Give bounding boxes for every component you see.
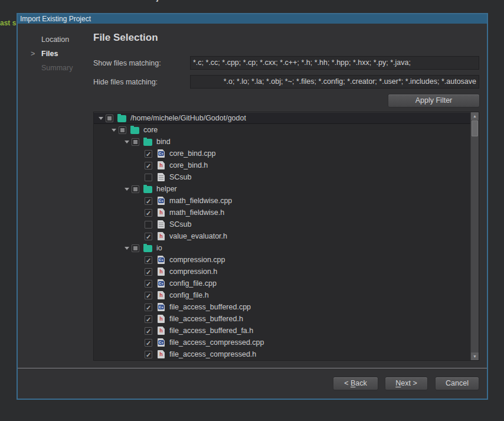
tree-row[interactable]: ✓hconfig_file.h [94, 289, 470, 301]
tree-row[interactable]: ✓C+file_access_buffered.cpp [94, 301, 470, 313]
scrollbar-thumb[interactable] [472, 120, 478, 136]
page-title: File Selection [93, 32, 158, 44]
tree-row[interactable]: io [94, 242, 470, 254]
show-files-label: Show files matching: [93, 59, 161, 67]
h-icon: h [158, 291, 165, 299]
cpp-icon: C+ [158, 149, 165, 158]
folder-icon [143, 186, 152, 193]
step-location: Location [41, 35, 69, 44]
background-recent-projects-text: Recent Projects [111, 0, 229, 2]
checkbox-partial[interactable] [106, 115, 113, 122]
scrollbar[interactable]: ▲ ▼ [470, 112, 479, 360]
step-summary-label: Summary [41, 64, 73, 72]
folder-icon [143, 245, 152, 252]
tree-row[interactable]: ✓hvalue_evaluator.h [94, 230, 470, 242]
checkbox-checked[interactable]: ✓ [145, 339, 152, 347]
partial-check-mark [133, 246, 138, 250]
tree-row[interactable]: ✓hfile_access_buffered_fa.h [94, 325, 470, 337]
checkbox-unchecked[interactable] [145, 221, 152, 229]
hide-files-label: Hide files matching: [93, 78, 158, 86]
checkbox-checked[interactable]: ✓ [145, 197, 152, 205]
checkbox-checked[interactable]: ✓ [145, 303, 152, 311]
tree-item-label: file_access_compressed.h [169, 350, 256, 358]
cpp-icon: C+ [158, 256, 165, 264]
tree-item-label: bind [156, 138, 171, 146]
tree-row[interactable]: ✓C+compression.cpp [94, 254, 470, 266]
step-summary: Summary [41, 64, 73, 72]
checkbox-partial[interactable] [132, 185, 139, 193]
tree-row[interactable]: helper [94, 183, 470, 195]
tree-row[interactable]: core [94, 124, 470, 136]
tree-row[interactable]: ✓hfile_access_buffered.h [94, 313, 470, 325]
checkbox-checked[interactable]: ✓ [145, 233, 152, 240]
tree-item-label: SCsub [169, 173, 192, 181]
background-session-text: ast s [0, 19, 16, 27]
back-button[interactable]: < Back [333, 377, 378, 390]
folder-icon [143, 139, 152, 146]
cpp-icon: C+ [158, 338, 165, 347]
tree-row[interactable]: SCsub [94, 218, 470, 230]
tree-row[interactable]: SCsub [94, 171, 470, 183]
tree-row[interactable]: ✓C+file_access_compressed.cpp [94, 337, 470, 348]
hide-files-input[interactable]: *.o; *.lo; *.la; *.obj; *~; *.files; *.c… [190, 75, 479, 89]
file-tree: /home/michele/GitHub/Godot/godotcorebind… [94, 112, 470, 360]
step-files: > Files [41, 50, 58, 58]
tree-row[interactable]: ✓hcompression.h [94, 266, 470, 278]
file-tree-widget: /home/michele/GitHub/Godot/godotcorebind… [93, 112, 479, 361]
scroll-down-icon[interactable]: ▼ [471, 353, 479, 360]
step-files-label: Files [41, 50, 58, 58]
next-label-post: ext > [401, 379, 417, 387]
apply-filter-button[interactable]: Apply Filter [388, 94, 480, 107]
checkbox-checked[interactable]: ✓ [145, 327, 152, 335]
tree-item-label: core_bind.h [169, 161, 208, 169]
h-icon: h [158, 161, 165, 169]
show-files-input[interactable]: *.c; *.cc; *.cpp; *.cp; *.cxx; *.c++; *.… [190, 56, 479, 70]
h-icon: h [158, 327, 165, 335]
scroll-up-icon[interactable]: ▲ [471, 112, 479, 120]
checkbox-checked[interactable]: ✓ [145, 256, 152, 264]
tree-row[interactable]: ✓C+config_file.cpp [94, 278, 470, 289]
checkbox-checked[interactable]: ✓ [145, 150, 152, 158]
partial-check-mark [120, 128, 125, 132]
h-icon: h [158, 208, 165, 217]
folder-icon [117, 115, 126, 122]
tree-row[interactable]: bind [94, 136, 470, 148]
tree-row[interactable]: ✓C+core_bind.cpp [94, 148, 470, 159]
cancel-button[interactable]: Cancel [435, 377, 479, 390]
h-icon: h [158, 232, 165, 240]
next-button[interactable]: Next > [385, 377, 428, 390]
cpp-icon: C+ [158, 197, 165, 205]
checkbox-unchecked[interactable] [145, 174, 152, 181]
checkbox-partial[interactable] [119, 126, 126, 134]
tree-row[interactable]: ✓C+math_fieldwise.cpp [94, 195, 470, 207]
checkbox-partial[interactable] [132, 138, 139, 146]
h-icon: h [158, 267, 165, 276]
tree-item-label: math_fieldwise.h [169, 208, 224, 217]
import-existing-project-dialog: Import Existing Project Location > Files… [17, 13, 488, 400]
checkbox-checked[interactable]: ✓ [145, 268, 152, 276]
tree-item-label: compression.h [169, 267, 217, 276]
tree-row[interactable]: ✓hmath_fieldwise.h [94, 207, 470, 218]
dialog-titlebar[interactable]: Import Existing Project [18, 14, 487, 24]
checkbox-checked[interactable]: ✓ [145, 209, 152, 217]
tree-item-label: math_fieldwise.cpp [169, 197, 232, 205]
checkbox-checked[interactable]: ✓ [145, 280, 152, 288]
next-label-mnemonic: N [395, 379, 401, 387]
tree-row[interactable]: ✓hcore_bind.h [94, 159, 470, 171]
dialog-title: Import Existing Project [20, 15, 91, 23]
hide-files-value: *.o; *.lo; *.la; *.obj; *~; *.files; *.c… [224, 76, 476, 88]
checkbox-checked[interactable]: ✓ [145, 315, 152, 323]
checkbox-partial[interactable] [132, 244, 139, 252]
checkbox-checked[interactable]: ✓ [145, 351, 152, 358]
tree-item-label: file_access_buffered.cpp [169, 303, 251, 311]
tree-item-label: config_file.h [169, 291, 209, 299]
folder-icon [130, 127, 139, 134]
tree-row[interactable]: ✓hfile_access_compressed.h [94, 348, 470, 360]
footer-separator [18, 368, 487, 368]
tree-row[interactable]: /home/michele/GitHub/Godot/godot [94, 112, 470, 124]
checkbox-checked[interactable]: ✓ [145, 292, 152, 299]
h-icon: h [158, 315, 165, 323]
tree-item-label: compression.cpp [169, 256, 225, 264]
tree-item-label: file_access_buffered_fa.h [169, 327, 253, 335]
checkbox-checked[interactable]: ✓ [145, 162, 152, 169]
